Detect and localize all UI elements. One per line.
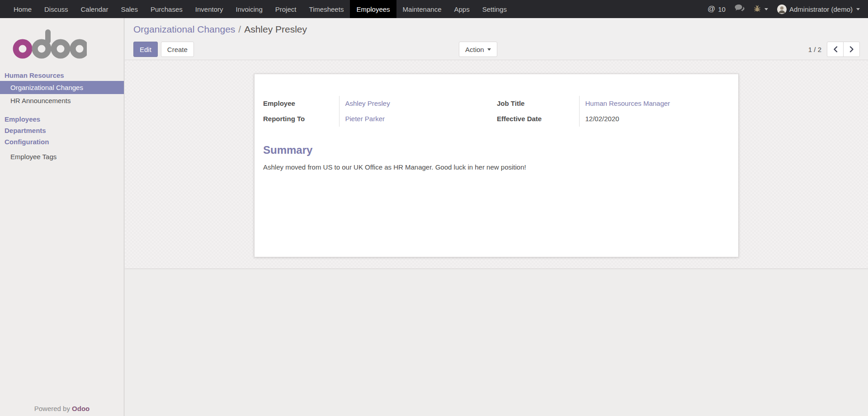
field-label-effective-date: Effective Date — [497, 111, 579, 127]
nav-invoicing[interactable]: Invoicing — [230, 0, 269, 18]
field-value-effective-date: 12/02/2020 — [579, 111, 731, 127]
pager-previous-button[interactable] — [827, 42, 844, 57]
sidebar-item-employee-tags[interactable]: Employee Tags — [0, 150, 124, 163]
powered-by: Powered by Odoo — [0, 405, 124, 412]
chevron-left-icon — [833, 46, 838, 52]
form-sheet: Employee Ashley Presley Reporting To Pie… — [254, 74, 739, 257]
pager-counter: 1 / 2 — [808, 46, 821, 53]
nav-apps[interactable]: Apps — [448, 0, 476, 18]
summary-section-title: Summary — [263, 144, 738, 156]
sidebar-heading-departments[interactable]: Departments — [0, 125, 124, 136]
main-content: Organizational Changes/Ashley Presley Ed… — [125, 18, 868, 416]
powered-by-text: Powered by — [34, 405, 70, 412]
chevron-down-icon — [856, 8, 860, 10]
user-name: Administrator (demo) — [789, 5, 853, 13]
breadcrumb-current: Ashley Presley — [244, 24, 307, 34]
sidebar: Human Resources Organizational Changes H… — [0, 18, 124, 416]
chat-bubbles-icon — [735, 5, 745, 14]
messages-menu[interactable] — [735, 5, 745, 14]
breadcrumb-separator: / — [238, 24, 241, 34]
job-title-link[interactable]: Human Resources Manager — [585, 99, 670, 107]
odoo-logo[interactable] — [13, 29, 87, 59]
form-view: Employee Ashley Presley Reporting To Pie… — [125, 60, 868, 269]
employee-link[interactable]: Ashley Presley — [345, 99, 390, 107]
nav-timesheets[interactable]: Timesheets — [302, 0, 350, 18]
field-row: Job Title Human Resources Manager — [497, 96, 731, 111]
at-mention-icon: @ — [708, 5, 715, 14]
chevron-down-icon — [487, 48, 491, 51]
sidebar-heading-employees[interactable]: Employees — [0, 113, 124, 125]
field-row: Employee Ashley Presley — [263, 96, 497, 111]
chevron-down-icon — [764, 8, 768, 10]
secondary-menu: Human Resources Organizational Changes H… — [0, 70, 124, 163]
summary-text: Ashley moved from US to our UK Office as… — [263, 163, 738, 171]
bug-icon — [754, 5, 761, 14]
nav-project[interactable]: Project — [269, 0, 303, 18]
topbar-right: @ 10 — [708, 0, 868, 18]
pager-next-button[interactable] — [843, 42, 860, 57]
breadcrumb: Organizational Changes/Ashley Presley — [133, 24, 868, 35]
nav-maintenance[interactable]: Maintenance — [396, 0, 448, 18]
nav-employees[interactable]: Employees — [350, 0, 396, 18]
user-menu[interactable]: Administrator (demo) — [777, 5, 860, 14]
sidebar-heading-configuration[interactable]: Configuration — [0, 136, 124, 147]
action-menu-wrap: Action — [459, 42, 497, 57]
nav-home[interactable]: Home — [7, 0, 38, 18]
user-photo-avatar — [777, 5, 787, 14]
field-group-left: Employee Ashley Presley Reporting To Pie… — [263, 96, 497, 127]
app-menu: Home Discuss Calendar Sales Purchases In… — [0, 0, 513, 18]
create-button[interactable]: Create — [161, 42, 194, 57]
nav-calendar[interactable]: Calendar — [75, 0, 115, 18]
pager-buttons — [827, 42, 860, 57]
nav-discuss[interactable]: Discuss — [38, 0, 75, 18]
nav-sales[interactable]: Sales — [114, 0, 144, 18]
nav-purchases[interactable]: Purchases — [144, 0, 189, 18]
nav-inventory[interactable]: Inventory — [189, 0, 230, 18]
top-navbar: Home Discuss Calendar Sales Purchases In… — [0, 0, 868, 18]
field-grid: Employee Ashley Presley Reporting To Pie… — [263, 96, 738, 127]
chevron-right-icon — [849, 46, 854, 52]
field-label-employee: Employee — [263, 96, 339, 111]
debug-menu[interactable] — [754, 5, 768, 14]
nav-settings[interactable]: Settings — [476, 0, 513, 18]
sidebar-item-hr-announcements[interactable]: HR Announcements — [0, 94, 124, 107]
action-label: Action — [465, 46, 484, 53]
odoo-brand-link[interactable]: Odoo — [72, 405, 90, 412]
field-label-reporting-to: Reporting To — [263, 111, 339, 127]
field-value-employee: Ashley Presley — [339, 96, 497, 111]
action-dropdown-button[interactable]: Action — [459, 42, 497, 57]
activity-count: 10 — [718, 5, 726, 13]
divider — [0, 107, 124, 113]
breadcrumb-parent-link[interactable]: Organizational Changes — [133, 24, 235, 34]
pager: 1 / 2 — [808, 42, 860, 57]
sidebar-heading-human-resources[interactable]: Human Resources — [0, 70, 124, 81]
sidebar-item-organizational-changes[interactable]: Organizational Changes — [0, 81, 124, 94]
field-row: Effective Date 12/02/2020 — [497, 111, 731, 127]
reporting-to-link[interactable]: Pieter Parker — [345, 115, 385, 123]
field-value-reporting-to: Pieter Parker — [339, 111, 497, 127]
field-value-job-title: Human Resources Manager — [579, 96, 731, 111]
field-row: Reporting To Pieter Parker — [263, 111, 497, 127]
field-group-right: Job Title Human Resources Manager Effect… — [497, 96, 731, 127]
field-label-job-title: Job Title — [497, 96, 579, 111]
edit-button[interactable]: Edit — [133, 42, 158, 57]
control-panel: Organizational Changes/Ashley Presley Ed… — [125, 18, 868, 60]
form-buttons: Edit Create — [133, 42, 194, 57]
activity-menu[interactable]: @ 10 — [708, 5, 726, 14]
